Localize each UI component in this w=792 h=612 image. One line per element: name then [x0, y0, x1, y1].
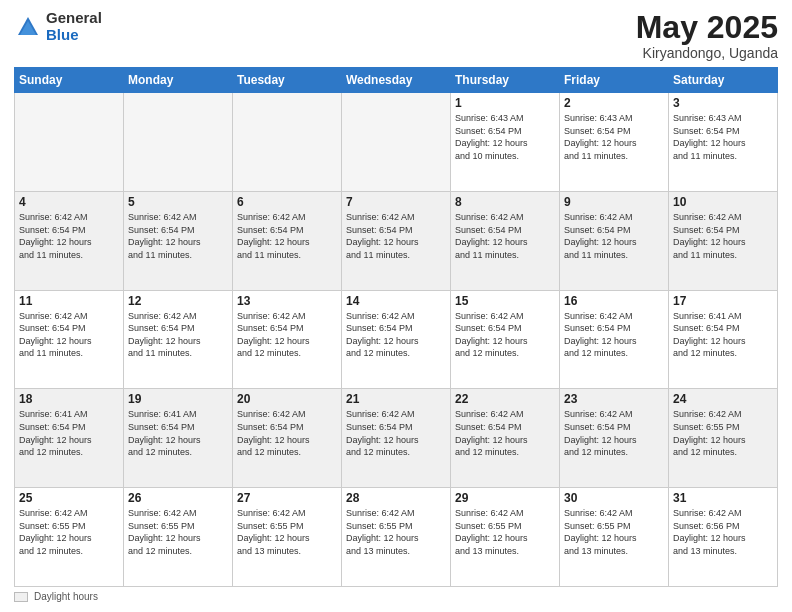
table-row: 17Sunrise: 6:41 AM Sunset: 6:54 PM Dayli…: [669, 290, 778, 389]
day-info: Sunrise: 6:43 AM Sunset: 6:54 PM Dayligh…: [564, 112, 664, 162]
table-row: 13Sunrise: 6:42 AM Sunset: 6:54 PM Dayli…: [233, 290, 342, 389]
day-info: Sunrise: 6:42 AM Sunset: 6:54 PM Dayligh…: [237, 310, 337, 360]
table-row: 5Sunrise: 6:42 AM Sunset: 6:54 PM Daylig…: [124, 191, 233, 290]
day-info: Sunrise: 6:43 AM Sunset: 6:54 PM Dayligh…: [455, 112, 555, 162]
col-sunday: Sunday: [15, 68, 124, 93]
day-number: 30: [564, 491, 664, 505]
day-info: Sunrise: 6:42 AM Sunset: 6:54 PM Dayligh…: [128, 211, 228, 261]
day-number: 12: [128, 294, 228, 308]
day-number: 1: [455, 96, 555, 110]
calendar-week-2: 11Sunrise: 6:42 AM Sunset: 6:54 PM Dayli…: [15, 290, 778, 389]
day-info: Sunrise: 6:43 AM Sunset: 6:54 PM Dayligh…: [673, 112, 773, 162]
table-row: 28Sunrise: 6:42 AM Sunset: 6:55 PM Dayli…: [342, 488, 451, 587]
calendar-week-4: 25Sunrise: 6:42 AM Sunset: 6:55 PM Dayli…: [15, 488, 778, 587]
daylight-label: Daylight hours: [34, 591, 98, 602]
calendar-week-1: 4Sunrise: 6:42 AM Sunset: 6:54 PM Daylig…: [15, 191, 778, 290]
col-friday: Friday: [560, 68, 669, 93]
table-row: 12Sunrise: 6:42 AM Sunset: 6:54 PM Dayli…: [124, 290, 233, 389]
day-info: Sunrise: 6:42 AM Sunset: 6:54 PM Dayligh…: [455, 211, 555, 261]
header: General Blue May 2025 Kiryandongo, Ugand…: [14, 10, 778, 61]
table-row: 21Sunrise: 6:42 AM Sunset: 6:54 PM Dayli…: [342, 389, 451, 488]
table-row: 7Sunrise: 6:42 AM Sunset: 6:54 PM Daylig…: [342, 191, 451, 290]
col-tuesday: Tuesday: [233, 68, 342, 93]
logo-icon: [14, 13, 42, 41]
day-info: Sunrise: 6:42 AM Sunset: 6:54 PM Dayligh…: [564, 408, 664, 458]
day-number: 17: [673, 294, 773, 308]
table-row: 20Sunrise: 6:42 AM Sunset: 6:54 PM Dayli…: [233, 389, 342, 488]
logo-text: General Blue: [46, 10, 102, 43]
day-info: Sunrise: 6:42 AM Sunset: 6:54 PM Dayligh…: [455, 408, 555, 458]
day-info: Sunrise: 6:42 AM Sunset: 6:54 PM Dayligh…: [673, 211, 773, 261]
day-info: Sunrise: 6:42 AM Sunset: 6:54 PM Dayligh…: [19, 211, 119, 261]
table-row: 19Sunrise: 6:41 AM Sunset: 6:54 PM Dayli…: [124, 389, 233, 488]
table-row: 15Sunrise: 6:42 AM Sunset: 6:54 PM Dayli…: [451, 290, 560, 389]
day-number: 29: [455, 491, 555, 505]
day-number: 15: [455, 294, 555, 308]
day-number: 5: [128, 195, 228, 209]
table-row: 25Sunrise: 6:42 AM Sunset: 6:55 PM Dayli…: [15, 488, 124, 587]
day-number: 6: [237, 195, 337, 209]
table-row: 30Sunrise: 6:42 AM Sunset: 6:55 PM Dayli…: [560, 488, 669, 587]
table-row: 23Sunrise: 6:42 AM Sunset: 6:54 PM Dayli…: [560, 389, 669, 488]
col-saturday: Saturday: [669, 68, 778, 93]
day-number: 26: [128, 491, 228, 505]
day-info: Sunrise: 6:41 AM Sunset: 6:54 PM Dayligh…: [128, 408, 228, 458]
table-row: [342, 93, 451, 192]
day-number: 7: [346, 195, 446, 209]
day-info: Sunrise: 6:42 AM Sunset: 6:54 PM Dayligh…: [564, 211, 664, 261]
day-info: Sunrise: 6:41 AM Sunset: 6:54 PM Dayligh…: [19, 408, 119, 458]
day-number: 24: [673, 392, 773, 406]
day-number: 23: [564, 392, 664, 406]
table-row: 6Sunrise: 6:42 AM Sunset: 6:54 PM Daylig…: [233, 191, 342, 290]
day-info: Sunrise: 6:42 AM Sunset: 6:55 PM Dayligh…: [673, 408, 773, 458]
day-number: 25: [19, 491, 119, 505]
day-info: Sunrise: 6:41 AM Sunset: 6:54 PM Dayligh…: [673, 310, 773, 360]
day-number: 20: [237, 392, 337, 406]
day-number: 11: [19, 294, 119, 308]
calendar-week-3: 18Sunrise: 6:41 AM Sunset: 6:54 PM Dayli…: [15, 389, 778, 488]
footer: Daylight hours: [14, 591, 778, 602]
day-number: 14: [346, 294, 446, 308]
table-row: 9Sunrise: 6:42 AM Sunset: 6:54 PM Daylig…: [560, 191, 669, 290]
table-row: 14Sunrise: 6:42 AM Sunset: 6:54 PM Dayli…: [342, 290, 451, 389]
table-row: 29Sunrise: 6:42 AM Sunset: 6:55 PM Dayli…: [451, 488, 560, 587]
table-row: [15, 93, 124, 192]
day-info: Sunrise: 6:42 AM Sunset: 6:54 PM Dayligh…: [346, 408, 446, 458]
table-row: 27Sunrise: 6:42 AM Sunset: 6:55 PM Dayli…: [233, 488, 342, 587]
table-row: [233, 93, 342, 192]
day-info: Sunrise: 6:42 AM Sunset: 6:55 PM Dayligh…: [19, 507, 119, 557]
table-row: [124, 93, 233, 192]
day-number: 8: [455, 195, 555, 209]
col-monday: Monday: [124, 68, 233, 93]
day-info: Sunrise: 6:42 AM Sunset: 6:55 PM Dayligh…: [564, 507, 664, 557]
day-number: 3: [673, 96, 773, 110]
calendar-week-0: 1Sunrise: 6:43 AM Sunset: 6:54 PM Daylig…: [15, 93, 778, 192]
table-row: 4Sunrise: 6:42 AM Sunset: 6:54 PM Daylig…: [15, 191, 124, 290]
day-number: 27: [237, 491, 337, 505]
logo-general: General: [46, 9, 102, 26]
day-number: 18: [19, 392, 119, 406]
col-wednesday: Wednesday: [342, 68, 451, 93]
day-info: Sunrise: 6:42 AM Sunset: 6:55 PM Dayligh…: [128, 507, 228, 557]
day-number: 22: [455, 392, 555, 406]
day-info: Sunrise: 6:42 AM Sunset: 6:55 PM Dayligh…: [237, 507, 337, 557]
page: General Blue May 2025 Kiryandongo, Ugand…: [0, 0, 792, 612]
day-number: 28: [346, 491, 446, 505]
day-info: Sunrise: 6:42 AM Sunset: 6:55 PM Dayligh…: [455, 507, 555, 557]
calendar-header-row: Sunday Monday Tuesday Wednesday Thursday…: [15, 68, 778, 93]
day-info: Sunrise: 6:42 AM Sunset: 6:54 PM Dayligh…: [564, 310, 664, 360]
day-info: Sunrise: 6:42 AM Sunset: 6:54 PM Dayligh…: [128, 310, 228, 360]
day-number: 4: [19, 195, 119, 209]
table-row: 10Sunrise: 6:42 AM Sunset: 6:54 PM Dayli…: [669, 191, 778, 290]
table-row: 26Sunrise: 6:42 AM Sunset: 6:55 PM Dayli…: [124, 488, 233, 587]
day-info: Sunrise: 6:42 AM Sunset: 6:54 PM Dayligh…: [346, 211, 446, 261]
logo-blue: Blue: [46, 26, 79, 43]
table-row: 31Sunrise: 6:42 AM Sunset: 6:56 PM Dayli…: [669, 488, 778, 587]
subtitle: Kiryandongo, Uganda: [636, 45, 778, 61]
day-info: Sunrise: 6:42 AM Sunset: 6:54 PM Dayligh…: [19, 310, 119, 360]
table-row: 2Sunrise: 6:43 AM Sunset: 6:54 PM Daylig…: [560, 93, 669, 192]
table-row: 16Sunrise: 6:42 AM Sunset: 6:54 PM Dayli…: [560, 290, 669, 389]
col-thursday: Thursday: [451, 68, 560, 93]
day-info: Sunrise: 6:42 AM Sunset: 6:54 PM Dayligh…: [346, 310, 446, 360]
calendar-table: Sunday Monday Tuesday Wednesday Thursday…: [14, 67, 778, 587]
